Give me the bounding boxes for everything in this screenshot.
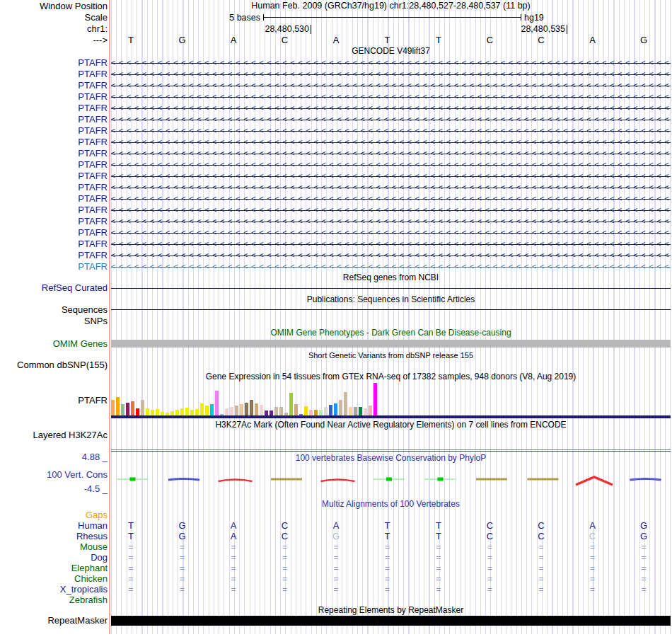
gtex-tissue-bar[interactable]	[344, 392, 347, 415]
gtex-tissue-bar[interactable]	[289, 393, 293, 415]
gtex-tissue-bar[interactable]	[349, 407, 352, 415]
gtex-tissue-bar[interactable]	[319, 410, 323, 415]
gtex-tissue-bar[interactable]	[156, 409, 159, 415]
gtex-tissue-bar[interactable]	[334, 403, 337, 415]
gencode-transcript-item[interactable]: <<<<<<<<<<<<<<<<<<<<<<<<<<<<<<<<<<<<<<<<…	[111, 149, 671, 159]
gtex-tissue-bar[interactable]	[270, 411, 273, 415]
omim-gene-bar[interactable]	[111, 340, 671, 348]
gtex-tissue-bar[interactable]	[230, 407, 233, 415]
gencode-transcript-item[interactable]: <<<<<<<<<<<<<<<<<<<<<<<<<<<<<<<<<<<<<<<<…	[111, 205, 671, 215]
gtex-tissue-bar[interactable]	[175, 410, 179, 415]
gtex-tissue-bar[interactable]	[210, 404, 214, 415]
gencode-transcript-label[interactable]: PTAFR	[0, 103, 108, 113]
gtex-tissue-bar[interactable]	[369, 406, 372, 415]
gencode-transcript-item[interactable]: <<<<<<<<<<<<<<<<<<<<<<<<<<<<<<<<<<<<<<<<…	[111, 183, 671, 193]
gtex-gene-label[interactable]: PTAFR	[0, 396, 108, 406]
gtex-tissue-bar[interactable]	[364, 408, 367, 415]
gencode-transcript-item[interactable]: <<<<<<<<<<<<<<<<<<<<<<<<<<<<<<<<<<<<<<<<…	[111, 69, 671, 79]
gencode-transcript-label[interactable]: PTAFR	[0, 239, 108, 249]
gencode-transcript-label[interactable]: PTAFR	[0, 115, 108, 125]
gencode-transcript-label[interactable]: PTAFR	[0, 217, 108, 226]
gtex-tissue-bar[interactable]	[146, 408, 149, 415]
gtex-tissue-bar[interactable]	[195, 409, 199, 415]
gencode-transcript-item[interactable]: <<<<<<<<<<<<<<<<<<<<<<<<<<<<<<<<<<<<<<<<…	[111, 228, 671, 238]
gtex-tissue-bar[interactable]	[180, 408, 184, 415]
gtex-tissue-bar[interactable]	[200, 403, 204, 415]
gtex-tissue-bar[interactable]	[314, 410, 318, 415]
gtex-tissue-bar[interactable]	[339, 400, 342, 415]
gencode-transcript-item[interactable]: <<<<<<<<<<<<<<<<<<<<<<<<<<<<<<<<<<<<<<<<…	[111, 103, 671, 113]
gtex-tissue-bar[interactable]	[354, 407, 357, 415]
layered-h3k27ac-label[interactable]: Layered H3K27Ac	[0, 430, 108, 440]
gtex-tissue-bar[interactable]	[116, 397, 120, 415]
gtex-tissue-bar[interactable]	[255, 403, 258, 415]
gencode-transcript-item[interactable]: <<<<<<<<<<<<<<<<<<<<<<<<<<<<<<<<<<<<<<<<…	[111, 115, 671, 125]
gencode-transcript-item[interactable]: <<<<<<<<<<<<<<<<<<<<<<<<<<<<<<<<<<<<<<<<…	[111, 126, 671, 136]
multiz-species-row[interactable]	[0, 595, 672, 605]
gencode-transcript-label[interactable]: PTAFR	[0, 205, 108, 215]
gencode-transcript-item[interactable]: <<<<<<<<<<<<<<<<<<<<<<<<<<<<<<<<<<<<<<<<…	[111, 92, 671, 102]
gencode-transcript-item[interactable]: <<<<<<<<<<<<<<<<<<<<<<<<<<<<<<<<<<<<<<<<…	[111, 171, 671, 181]
gencode-transcript-label[interactable]: PTAFR	[0, 183, 108, 193]
multiz-species-row[interactable]: TGACATTCCAG	[0, 521, 672, 531]
gtex-tissue-bar[interactable]	[240, 404, 243, 415]
gencode-transcript-label[interactable]: PTAFR	[0, 92, 108, 102]
gencode-transcript-label[interactable]: PTAFR	[0, 58, 108, 68]
multiz-gaps-label[interactable]: Gaps	[0, 510, 108, 520]
gtex-tissue-bar[interactable]	[359, 407, 362, 415]
gencode-transcript-item[interactable]: <<<<<<<<<<<<<<<<<<<<<<<<<<<<<<<<<<<<<<<<…	[111, 262, 671, 272]
gtex-tissue-bar[interactable]	[373, 383, 377, 415]
gencode-transcript-label[interactable]: PTAFR	[0, 126, 108, 136]
gtex-tissue-bar[interactable]	[324, 407, 328, 415]
multiz-species-row[interactable]: ===========	[0, 563, 672, 573]
gtex-tissue-bar[interactable]	[235, 406, 238, 415]
multiz-species-row[interactable]: ===========	[0, 585, 672, 595]
gencode-transcript-item[interactable]: <<<<<<<<<<<<<<<<<<<<<<<<<<<<<<<<<<<<<<<<…	[111, 58, 671, 68]
phylop-conservation-wiggle[interactable]	[111, 473, 671, 491]
gtex-tissue-bar[interactable]	[121, 404, 124, 415]
gtex-tissue-bar[interactable]	[131, 401, 134, 415]
gencode-transcript-label[interactable]: PTAFR	[0, 149, 108, 159]
gencode-transcript-item[interactable]: <<<<<<<<<<<<<<<<<<<<<<<<<<<<<<<<<<<<<<<<…	[111, 239, 671, 249]
refseq-curated-item[interactable]	[111, 288, 671, 289]
gencode-transcript-label[interactable]: PTAFR	[0, 171, 108, 181]
multiz-species-row[interactable]: ===========	[0, 574, 672, 584]
snps-label[interactable]: SNPs	[0, 316, 108, 326]
gencode-transcript-label[interactable]: PTAFR	[0, 228, 108, 238]
gencode-transcript-item[interactable]: <<<<<<<<<<<<<<<<<<<<<<<<<<<<<<<<<<<<<<<<…	[111, 194, 671, 204]
multiz-species-row[interactable]: ===========	[0, 542, 672, 552]
phylop-track-label[interactable]: 100 Vert. Cons	[0, 470, 108, 480]
gencode-transcript-label[interactable]: PTAFR	[0, 160, 108, 170]
gtex-tissue-bar[interactable]	[294, 404, 298, 415]
gencode-transcript-label[interactable]: PTAFR	[0, 251, 108, 260]
gtex-tissue-bar[interactable]	[151, 410, 154, 415]
gtex-tissue-bar[interactable]	[185, 408, 189, 415]
gencode-transcript-label[interactable]: PTAFR	[0, 69, 108, 79]
refseq-curated-label[interactable]: RefSeq Curated	[0, 283, 108, 293]
repeatmasker-bar[interactable]	[111, 616, 671, 626]
gtex-tissue-bar[interactable]	[274, 407, 278, 415]
gtex-tissue-bar[interactable]	[329, 405, 332, 415]
sequences-item[interactable]	[111, 309, 671, 310]
gencode-transcript-item[interactable]: <<<<<<<<<<<<<<<<<<<<<<<<<<<<<<<<<<<<<<<<…	[111, 217, 671, 226]
repeatmasker-label[interactable]: RepeatMasker	[0, 616, 108, 626]
gtex-tissue-bar[interactable]	[136, 408, 139, 415]
gtex-tissue-bar[interactable]	[245, 403, 248, 415]
gtex-tissue-bar[interactable]	[304, 406, 308, 415]
gtex-tissue-bar[interactable]	[309, 410, 313, 415]
gtex-tissue-bar[interactable]	[250, 400, 253, 415]
gencode-transcript-item[interactable]: <<<<<<<<<<<<<<<<<<<<<<<<<<<<<<<<<<<<<<<<…	[111, 251, 671, 260]
gtex-tissue-bar[interactable]	[126, 403, 129, 415]
gencode-transcript-label[interactable]: PTAFR	[0, 194, 108, 204]
gtex-tissue-bar[interactable]	[205, 406, 209, 415]
gencode-transcript-item[interactable]: <<<<<<<<<<<<<<<<<<<<<<<<<<<<<<<<<<<<<<<<…	[111, 81, 671, 91]
common-dbsnp-label[interactable]: Common dbSNP(155)	[0, 360, 108, 370]
gtex-tissue-bar[interactable]	[265, 411, 268, 415]
multiz-species-row[interactable]: TGACGTTCCCG	[0, 532, 672, 541]
gencode-transcript-label[interactable]: PTAFR	[0, 262, 108, 272]
omim-genes-label[interactable]: OMIM Genes	[0, 339, 108, 349]
gtex-tissue-bar[interactable]	[111, 400, 115, 415]
gtex-tissue-bar[interactable]	[190, 410, 194, 415]
multiz-species-row[interactable]: ===========	[0, 553, 672, 563]
gtex-tissue-bar[interactable]	[279, 407, 283, 415]
